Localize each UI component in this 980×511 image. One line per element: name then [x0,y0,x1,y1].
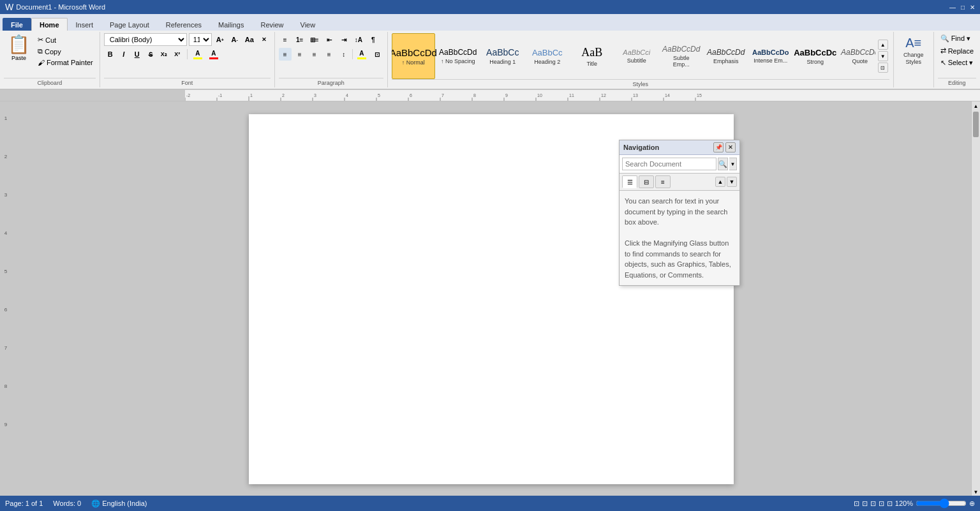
navigation-panel: Navigation 📌 ✕ 🔍 ▼ ☰ ⊟ ≡ [619,140,740,286]
horizontal-ruler: -2 -1 1 2 3 4 5 6 7 8 9 10 11 1 [0,90,980,101]
navigation-title-bar: Navigation 📌 ✕ [620,140,739,155]
font-family-select[interactable]: Calibri (Body) [104,33,187,46]
style-strong[interactable]: AaBbCcDc Strong [794,33,837,79]
grow-font-button[interactable]: A+ [214,33,226,46]
app-icon: W [5,2,13,12]
align-right-button[interactable]: ≡ [308,48,321,61]
sort-button[interactable]: ↕A [352,33,365,46]
styles-more-button[interactable]: ⊡ [878,63,888,73]
style-normal[interactable]: AaBbCcDd ↑ Normal [392,33,435,79]
justify-button[interactable]: ≡ [323,48,336,61]
tab-references[interactable]: References [158,18,210,31]
paste-label: Paste [11,55,26,61]
tab-pagelayout[interactable]: Page Layout [101,18,158,31]
nav-search-input[interactable] [622,158,716,170]
font-color-button[interactable]: A [207,48,221,61]
svg-text:9: 9 [505,93,508,98]
style-intense-emphasis[interactable]: AaBbCcDo Intense Em... [749,33,792,79]
nav-close-button[interactable]: ✕ [725,142,736,152]
tab-review[interactable]: Review [252,18,292,31]
replace-button[interactable]: ⇄ Replace [938,45,976,56]
style-subtle-emphasis[interactable]: AaBbCcDd Subtle Emp... [660,33,703,79]
scroll-up-button[interactable]: ▲ [972,101,980,110]
svg-text:6: 6 [410,93,412,98]
numbering-button[interactable]: 1≡ [293,33,306,46]
window-title: Document1 - Microsoft Word [16,3,105,11]
font-size-select[interactable]: 11 [189,33,212,46]
copy-button[interactable]: ⧉ Copy [35,46,96,57]
clipboard-small-buttons: ✂ Cut ⧉ Copy 🖌 Format Painter [35,34,96,68]
align-left-button[interactable]: ≡ [279,48,292,61]
nav-pin-button[interactable]: 📌 [713,142,724,152]
nav-tab-headings[interactable]: ☰ [622,175,637,188]
decrease-indent-button[interactable]: ⇤ [323,33,336,46]
main-area: 1 2 3 4 5 6 7 8 9 Navigation 📌 ✕ [0,101,980,496]
styles-down-button[interactable]: ▼ [878,51,888,61]
tab-insert[interactable]: Insert [68,18,102,31]
ruler-left-margin [0,90,185,101]
align-center-button[interactable]: ≡ [293,48,306,61]
status-bar: Page: 1 of 1 Words: 0 🌐 English (India) … [0,496,980,496]
superscript-button[interactable]: X² [171,48,184,61]
style-heading2[interactable]: AaBbCc Heading 2 [526,33,569,79]
maximize-button[interactable]: □ [961,4,965,11]
nav-tab-results[interactable]: ≡ [655,175,671,188]
style-emphasis[interactable]: AaBbCcDd Emphasis [704,33,748,79]
document-area[interactable]: Navigation 📌 ✕ 🔍 ▼ ☰ ⊟ ≡ [11,101,971,496]
find-button[interactable]: 🔍 Find ▾ [938,33,973,44]
style-quote[interactable]: AaBbCcDd Quote [838,33,875,79]
tab-view[interactable]: View [292,18,324,31]
borders-button[interactable]: ⊡ [371,48,383,61]
tab-mailings[interactable]: Mailings [210,18,252,31]
shrink-font-button[interactable]: A- [228,33,241,46]
tab-file[interactable]: File [3,18,31,31]
italic-button[interactable]: I [117,48,130,61]
document-page[interactable]: Navigation 📌 ✕ 🔍 ▼ ☰ ⊟ ≡ [249,114,734,484]
tab-home[interactable]: Home [31,18,68,31]
change-styles-group: A≡ ChangeStyles - [894,32,934,87]
clear-formatting-button[interactable]: ✕ [258,33,271,46]
nav-search-icon-button[interactable]: 🔍 [718,158,728,170]
nav-tab-pages[interactable]: ⊟ [639,175,654,188]
select-button[interactable]: ↖ Select ▾ [938,57,976,68]
line-spacing-button[interactable]: ↕ [338,48,350,61]
paragraph-group: ≡ 1≡ ⊞≡ ⇤ ⇥ ↕A ¶ ≡ ≡ ≡ ≡ ↕ A [275,32,388,87]
style-subtitle[interactable]: AaBbCci Subtitle [615,33,658,79]
vertical-scrollbar[interactable]: ▲ ▼ [971,101,980,496]
multilevel-list-button[interactable]: ⊞≡ [308,33,321,46]
format-painter-button[interactable]: 🖌 Format Painter [35,57,96,68]
highlight-color-bar [193,57,202,59]
underline-button[interactable]: U [131,48,144,61]
nav-prev-button[interactable]: ▲ [715,177,725,187]
change-styles-button[interactable]: A≡ ChangeStyles [898,33,930,68]
increase-indent-button[interactable]: ⇥ [338,33,350,46]
scroll-down-button[interactable]: ▼ [972,487,980,496]
clipboard-label: Clipboard [4,78,96,86]
change-styles-label: ChangeStyles [903,52,924,66]
bold-button[interactable]: B [104,48,117,61]
strikethrough-button[interactable]: S̶ [144,48,157,61]
shading-button[interactable]: A [355,48,369,61]
bullets-button[interactable]: ≡ [279,33,292,46]
cut-button[interactable]: ✂ Cut [35,34,96,45]
text-highlight-button[interactable]: A [191,48,205,61]
show-formatting-button[interactable]: ¶ [367,33,380,46]
close-button[interactable]: ✕ [970,4,975,11]
paste-button[interactable]: 📋 Paste [4,33,34,64]
font-group: Calibri (Body) 11 A+ A- Aa ✕ B I U S̶ [100,32,275,87]
minimize-button[interactable]: — [949,4,956,11]
nav-search-dropdown-button[interactable]: ▼ [729,158,737,170]
change-case-button[interactable]: Aa [243,33,256,46]
style-nospacing[interactable]: AaBbCcDd ↑ No Spacing [436,33,480,79]
svg-text:15: 15 [697,93,702,98]
svg-text:5: 5 [378,93,380,98]
nav-next-button[interactable]: ▼ [727,177,737,187]
font-label: Font [104,78,271,86]
style-title[interactable]: AaB Title [570,33,614,79]
scroll-thumb[interactable] [973,112,979,137]
editing-label: Editing [938,78,976,86]
styles-content: AaBbCcDd ↑ Normal AaBbCcDd ↑ No Spacing … [392,33,889,79]
styles-up-button[interactable]: ▲ [878,40,888,50]
style-heading1[interactable]: AaBbCc Heading 1 [481,33,524,79]
subscript-button[interactable]: X₂ [158,48,170,61]
